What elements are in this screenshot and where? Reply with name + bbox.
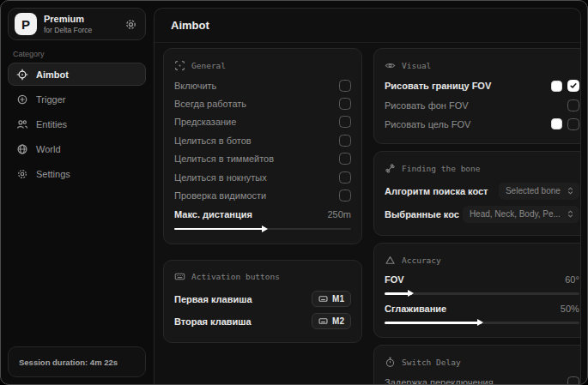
keyboard-icon — [174, 271, 185, 282]
aimbot-icon — [16, 69, 28, 81]
checkbox-target-knocked[interactable] — [339, 171, 351, 183]
sidebar-item-settings[interactable]: Settings — [8, 162, 146, 185]
toggle-label: Целиться в тиммейтов — [174, 153, 274, 164]
keyboard-icon — [318, 316, 328, 326]
bone-icon — [385, 163, 396, 174]
checkbox-visibility-check[interactable] — [339, 189, 351, 202]
entities-icon — [16, 118, 28, 130]
brand-title: Premium — [44, 14, 92, 26]
checkbox-draw-fov-background[interactable] — [567, 99, 579, 111]
toggle-row: Целиться в нокнутых — [174, 168, 351, 186]
toggle-label: Целиться в ботов — [174, 135, 252, 146]
slider-value: 250m — [327, 209, 351, 220]
sidebar-nav: Aimbot Trigger Entities World Settings — [8, 63, 146, 187]
visual-row: Рисовать границу FOV — [385, 76, 579, 95]
unfold-icon — [566, 186, 575, 196]
checkbox-target-bots[interactable] — [339, 135, 351, 147]
toggle-row: Проверка видимости — [174, 186, 351, 204]
section-title: Activation buttons — [191, 272, 280, 281]
select-row: Алгоритм поиска кост Selected bone — [385, 179, 579, 202]
world-icon — [16, 143, 28, 155]
visual-label: Рисовать цель FOV — [385, 119, 470, 129]
general-card: General Включить Всегда работать Предска… — [163, 48, 362, 244]
toggle-label: Задержка переключения — [385, 377, 494, 384]
toggle-label: Предсказание — [174, 117, 236, 127]
unfold-icon — [566, 209, 575, 219]
visual-row: Рисовать цель FOV — [385, 115, 579, 134]
checkbox-prediction[interactable] — [339, 116, 351, 128]
keybind-row: Вторая клавиша M2 — [174, 310, 351, 333]
checkbox-draw-fov-target[interactable] — [567, 118, 579, 130]
smoothing-slider[interactable] — [385, 317, 579, 328]
color-swatch[interactable] — [551, 118, 562, 129]
checkbox-target-teammates[interactable] — [339, 153, 351, 165]
sidebar-item-trigger[interactable]: Trigger — [8, 87, 146, 111]
timer-icon — [385, 357, 396, 368]
toggle-label: Включить — [174, 81, 216, 91]
visual-card: Visual Рисовать границу FOV Рисовать фон… — [373, 48, 581, 144]
sidebar-item-world[interactable]: World — [8, 137, 146, 160]
section-title: Accuracy — [402, 256, 441, 265]
check-icon — [569, 81, 578, 90]
accuracy-card: Accuracy FOV 60° Сглаживание 50% — [373, 243, 581, 338]
general-icon — [174, 60, 185, 71]
checkbox-switch-delay[interactable] — [567, 376, 579, 384]
section-title: Switch Delay — [402, 358, 461, 367]
visual-label: Рисовать границу FOV — [385, 81, 491, 91]
app-logo: P — [15, 13, 37, 35]
page-title: Aimbot — [171, 19, 209, 32]
keybind-value: M1 — [332, 294, 344, 304]
gear-icon[interactable] — [124, 18, 137, 31]
triangle-icon — [385, 255, 396, 266]
select-label: Выбранные кос — [385, 209, 459, 220]
sidebar-item-label: Entities — [36, 119, 67, 129]
keybind-label: Первая клавиша — [174, 294, 252, 304]
brand-card: P Premium for Delta Force — [8, 8, 146, 40]
switch-delay-card: Switch Delay Задержка переключения Задер… — [373, 345, 581, 384]
checkbox-enable[interactable] — [339, 80, 351, 92]
app-window: P Premium for Delta Force Category Aimbo… — [0, 0, 588, 385]
sidebar-item-label: Aimbot — [36, 69, 69, 80]
keybind-row: Первая клавиша M1 — [174, 288, 351, 310]
keybind-value: M2 — [332, 316, 344, 326]
main-panel: Aimbot General Включить Всегда работать — [154, 8, 581, 384]
toggle-label: Проверка видимости — [174, 190, 266, 201]
color-swatch[interactable] — [551, 81, 562, 92]
keybind-button-secondary[interactable]: M2 — [312, 313, 351, 329]
eye-icon — [385, 60, 396, 71]
checkbox-always-work[interactable] — [339, 98, 351, 110]
finding-bone-card: Finding the bone Алгоритм поиска кост Se… — [373, 151, 581, 236]
max-distance-slider[interactable] — [174, 224, 351, 234]
session-duration-label: Session duration: 4m 22s — [19, 358, 118, 367]
toggle-row: Задержка переключения — [385, 373, 579, 384]
trigger-icon — [16, 93, 28, 105]
settings-icon — [16, 168, 28, 180]
category-label: Category — [13, 50, 141, 58]
sidebar-item-label: World — [36, 144, 61, 154]
selected-bones-select[interactable]: Head, Neck, Body, Pe... — [463, 206, 579, 223]
toggle-row: Целиться в тиммейтов — [174, 150, 351, 168]
slider-value: 60° — [565, 274, 579, 285]
visual-label: Рисовать фон FOV — [385, 100, 469, 111]
section-title: General — [191, 61, 226, 70]
bone-algorithm-select[interactable]: Selected bone — [499, 183, 579, 200]
keybind-button-primary[interactable]: M1 — [312, 291, 351, 307]
session-duration-card: Session duration: 4m 22s — [8, 346, 146, 377]
toggle-label: Целиться в нокнутых — [174, 172, 267, 183]
sidebar-item-aimbot[interactable]: Aimbot — [8, 63, 146, 86]
select-value: Selected bone — [506, 186, 561, 196]
slider-value: 50% — [561, 304, 579, 314]
visual-row: Рисовать фон FOV — [385, 95, 579, 114]
fov-slider[interactable] — [385, 288, 579, 298]
select-label: Алгоритм поиска кост — [385, 186, 495, 196]
toggle-label: Всегда работать — [174, 99, 246, 109]
section-title: Visual — [402, 61, 431, 70]
brand-subtitle: for Delta Force — [44, 26, 92, 35]
toggle-row: Предсказание — [174, 113, 351, 131]
checkbox-draw-fov-border[interactable] — [567, 80, 579, 92]
slider-label: FOV — [385, 274, 404, 285]
toggle-row: Всегда работать — [174, 94, 351, 112]
sidebar: P Premium for Delta Force Category Aimbo… — [1, 1, 153, 384]
slider-label: Сглаживание — [385, 304, 446, 314]
sidebar-item-entities[interactable]: Entities — [8, 112, 146, 135]
